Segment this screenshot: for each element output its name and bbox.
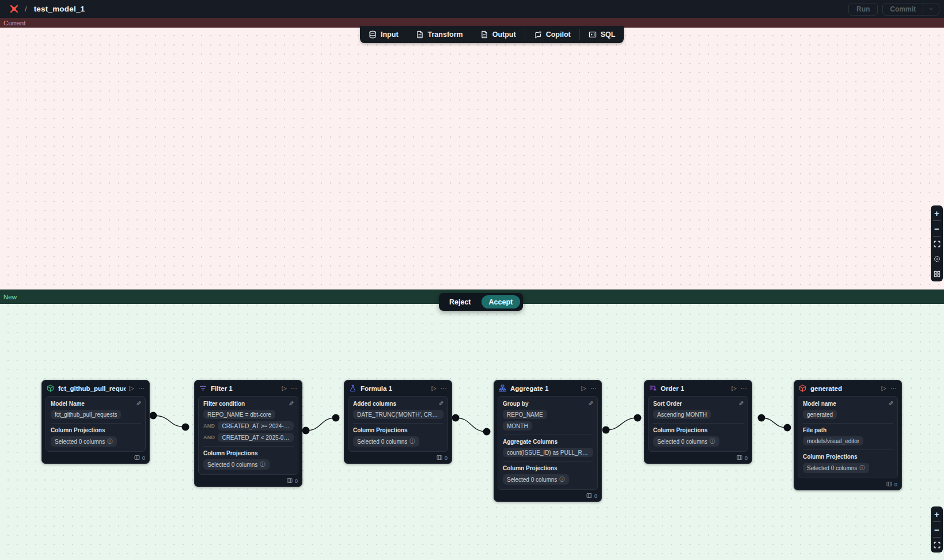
- auto-layout-button[interactable]: [931, 266, 943, 281]
- commit-dropdown-button[interactable]: [923, 3, 939, 15]
- node-header: Formula 1 ▷ ⋯: [344, 380, 452, 396]
- and-prefix: AND: [203, 435, 215, 440]
- toolbar-output-button[interactable]: Output: [472, 26, 525, 43]
- model-name-chip[interactable]: generated: [803, 410, 837, 419]
- node-fct-github-pull-requests[interactable]: fct_github_pull_requests ▷ ⋯ ✎ Model Nam…: [41, 380, 150, 464]
- visual-editor-page: / test_model_1 Run Commit Current New In…: [0, 0, 944, 560]
- filter-condition-chip[interactable]: CREATED_AT >= 2024-12-01: [218, 421, 294, 431]
- column-projections-chip[interactable]: Selected 0 columnsⓘ: [503, 474, 569, 485]
- breadcrumb-separator: /: [25, 5, 27, 13]
- node-order-1[interactable]: Order 1 ▷ ⋯ ✎ Sort Order Ascending MONTH…: [644, 380, 752, 464]
- toolbar-output-label: Output: [492, 31, 516, 39]
- fit-view-button[interactable]: [931, 538, 943, 553]
- zoom-out-button[interactable]: −: [931, 522, 943, 537]
- added-column-chip[interactable]: DATE_TRUNC('MONTH', CREATED_AT…: [353, 410, 443, 419]
- toolbar-copilot-button[interactable]: Copilot: [525, 26, 579, 43]
- locate-circle-icon: [934, 256, 941, 262]
- node-menu-icon[interactable]: ⋯: [441, 385, 447, 391]
- node-body: ✎ Model Name fct_github_pull_requests Co…: [46, 396, 146, 452]
- filter-condition-chip[interactable]: REPO_NAME = dbt-core: [203, 410, 275, 419]
- edit-pencil-icon[interactable]: ✎: [738, 400, 744, 407]
- info-icon[interactable]: ⓘ: [559, 476, 565, 483]
- current-model-canvas[interactable]: [0, 28, 944, 289]
- group-by-chip[interactable]: MONTH: [503, 421, 532, 431]
- row-count: 0: [745, 455, 748, 461]
- play-icon[interactable]: ▷: [282, 385, 287, 391]
- play-icon[interactable]: ▷: [130, 385, 134, 391]
- group-by-chip[interactable]: REPO_NAME: [503, 410, 547, 419]
- info-icon[interactable]: ⓘ: [859, 464, 865, 472]
- sort-order-icon: [649, 384, 657, 392]
- info-icon[interactable]: ⓘ: [260, 461, 266, 468]
- file-path-chip[interactable]: models/visual_editor: [803, 436, 863, 445]
- filter-condition-chip[interactable]: CREATED_AT < 2025-03-01: [218, 433, 294, 442]
- node-formula-1[interactable]: Formula 1 ▷ ⋯ ✎ Added columns DATE_TRUNC…: [344, 380, 452, 464]
- node-menu-icon[interactable]: ⋯: [138, 385, 145, 391]
- formula-flask-icon: [349, 384, 357, 392]
- node-menu-icon[interactable]: ⋯: [741, 385, 747, 391]
- play-icon[interactable]: ▷: [582, 385, 586, 391]
- node-field: Filter condition REPO_NAME = dbt-core AN…: [203, 401, 294, 442]
- row-count: 0: [894, 481, 897, 487]
- commit-button[interactable]: Commit: [882, 3, 939, 16]
- sort-order-chip[interactable]: Ascending MONTH: [653, 410, 711, 419]
- column-projections-chip[interactable]: Selected 0 columnsⓘ: [203, 459, 270, 470]
- play-icon[interactable]: ▷: [732, 385, 737, 391]
- node-body: ✎ Sort Order Ascending MONTH Column Proj…: [648, 396, 748, 452]
- edit-pencil-icon[interactable]: ✎: [136, 400, 141, 407]
- layout-grid-icon: [934, 271, 941, 277]
- row-count: 0: [295, 478, 298, 484]
- zoom-out-button[interactable]: −: [931, 221, 943, 236]
- toolbar-sql-button[interactable]: SQL: [580, 26, 624, 43]
- node-footer: 0: [42, 452, 149, 463]
- column-projections-chip[interactable]: Selected 0 columnsⓘ: [353, 436, 419, 447]
- play-icon[interactable]: ▷: [432, 385, 437, 391]
- column-projections-chip[interactable]: Selected 0 columnsⓘ: [803, 463, 869, 473]
- node-field: Column Projections Selected 0 columnsⓘ: [803, 449, 893, 473]
- accept-button[interactable]: Accept: [482, 295, 521, 308]
- chevron-down-icon: [928, 6, 934, 12]
- table-icon: [737, 455, 742, 460]
- node-aggregate-1[interactable]: Aggregate 1 ▷ ⋯ ✎ Group by REPO_NAME MON…: [494, 380, 602, 502]
- locate-button[interactable]: [931, 252, 943, 266]
- field-label: Column Projections: [353, 427, 443, 433]
- zoom-in-button[interactable]: +: [931, 205, 943, 220]
- sql-panel-icon: [589, 31, 597, 39]
- commit-button-label[interactable]: Commit: [883, 5, 923, 13]
- node-generated[interactable]: generated ▷ ⋯ ✎ Model name generated Fil…: [794, 380, 902, 490]
- edit-pencil-icon[interactable]: ✎: [289, 400, 294, 407]
- edit-pencil-icon[interactable]: ✎: [588, 400, 593, 407]
- node-menu-icon[interactable]: ⋯: [291, 385, 297, 391]
- run-button[interactable]: Run: [848, 3, 878, 16]
- zoom-in-button[interactable]: +: [931, 506, 943, 521]
- dbt-logo-icon[interactable]: [9, 4, 19, 14]
- info-icon[interactable]: ⓘ: [410, 438, 415, 445]
- row-count: 0: [594, 493, 597, 499]
- info-icon[interactable]: ⓘ: [107, 438, 113, 445]
- play-icon[interactable]: ▷: [882, 385, 886, 391]
- file-icon: [416, 31, 424, 39]
- node-body: ✎ Filter condition REPO_NAME = dbt-core …: [198, 396, 298, 475]
- node-title: Order 1: [661, 385, 728, 392]
- reject-button[interactable]: Reject: [442, 295, 478, 308]
- filter-icon: [199, 384, 207, 392]
- node-menu-icon[interactable]: ⋯: [590, 385, 597, 391]
- node-field: Added columns DATE_TRUNC('MONTH', CREATE…: [353, 401, 443, 419]
- aggregate-column-chip[interactable]: count(ISSUE_ID) as PULL_REQUEST_…: [503, 448, 593, 457]
- info-icon[interactable]: ⓘ: [710, 438, 715, 445]
- column-projections-chip[interactable]: Selected 0 columnsⓘ: [653, 436, 719, 447]
- node-field: Group by REPO_NAME MONTH: [503, 401, 593, 431]
- table-icon: [287, 478, 293, 483]
- edit-pencil-icon[interactable]: ✎: [888, 400, 893, 407]
- toolbar-transform-label: Transform: [428, 31, 463, 39]
- value-chip[interactable]: fct_github_pull_requests: [51, 410, 121, 419]
- node-footer: 0: [494, 490, 601, 501]
- toolbar-input-button[interactable]: Input: [360, 26, 407, 43]
- field-label: Column Projections: [653, 427, 744, 433]
- fit-view-button[interactable]: [931, 237, 943, 252]
- toolbar-transform-button[interactable]: Transform: [407, 26, 472, 43]
- edit-pencil-icon[interactable]: ✎: [438, 400, 443, 407]
- column-projections-chip[interactable]: Selected 0 columnsⓘ: [51, 436, 117, 447]
- node-menu-icon[interactable]: ⋯: [890, 385, 897, 391]
- node-filter-1[interactable]: Filter 1 ▷ ⋯ ✎ Filter condition REPO_NAM…: [194, 380, 302, 487]
